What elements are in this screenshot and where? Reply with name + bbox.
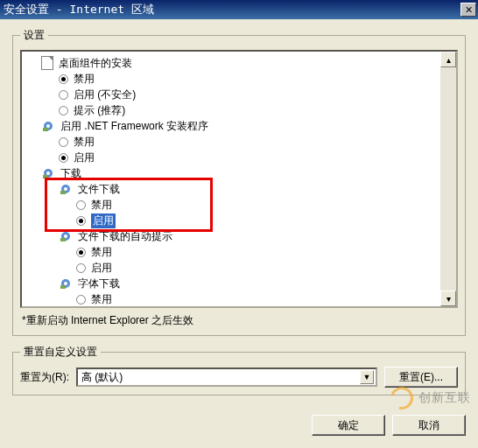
radio-label: 禁用 xyxy=(91,198,112,213)
group-desktop-install: 桌面组件的安装 xyxy=(24,55,439,71)
svg-rect-5 xyxy=(43,175,48,178)
radio-fd-enable[interactable]: 启用 xyxy=(24,213,439,228)
radio-prompt[interactable]: 提示 (推荐) xyxy=(24,102,439,118)
dialog-buttons: 确定 取消 xyxy=(0,411,478,436)
gear-icon xyxy=(41,119,55,133)
reset-select-value: 高 (默认) xyxy=(81,370,360,385)
label-file-download: 文件下载 xyxy=(78,182,120,197)
radio-icon xyxy=(76,216,86,226)
radio-icon xyxy=(59,74,68,84)
page-icon xyxy=(41,56,53,70)
radio-icon xyxy=(76,200,86,210)
group-downloads: 下载 xyxy=(24,165,439,181)
svg-rect-14 xyxy=(60,285,66,289)
reset-legend: 重置自定义设置 xyxy=(20,345,101,360)
radio-label: 启用 xyxy=(74,150,95,165)
radio-nf-enable[interactable]: 启用 xyxy=(24,150,439,165)
radio-disable[interactable]: 禁用 xyxy=(24,71,439,87)
radio-icon xyxy=(76,248,86,257)
restart-note: *重新启动 Internet Explorer 之后生效 xyxy=(20,313,458,328)
radio-ap-disable[interactable]: 禁用 xyxy=(24,244,439,260)
settings-tree[interactable]: 桌面组件的安装 禁用 启用 (不安全) 提示 (推荐) xyxy=(20,50,458,308)
svg-point-7 xyxy=(64,187,67,191)
group-net-framework: 启用 .NET Framework 安装程序 xyxy=(24,118,439,134)
radio-label-selected: 启用 xyxy=(91,214,116,228)
radio-font-disable[interactable]: 禁用 xyxy=(24,291,439,306)
gear-icon xyxy=(59,182,73,196)
vertical-scrollbar[interactable]: ▴ ▾ xyxy=(440,52,456,306)
close-button[interactable]: ✕ xyxy=(460,3,476,17)
label-downloads: 下载 xyxy=(60,166,81,181)
settings-group: 设置 桌面组件的安装 禁用 启用 (不安全) xyxy=(12,28,466,336)
radio-label: 禁用 xyxy=(74,135,95,150)
radio-icon xyxy=(59,137,68,147)
reset-button[interactable]: 重置(E)... xyxy=(384,367,458,388)
radio-icon xyxy=(59,90,68,100)
svg-rect-8 xyxy=(60,191,66,194)
radio-label: 禁用 xyxy=(74,72,95,87)
reset-select[interactable]: 高 (默认) ▼ xyxy=(76,368,377,387)
radio-fd-disable[interactable]: 禁用 xyxy=(24,197,439,213)
radio-icon xyxy=(59,153,68,163)
label-net-framework: 启用 .NET Framework 安装程序 xyxy=(60,119,208,134)
scroll-down-button[interactable]: ▾ xyxy=(440,290,456,306)
gear-icon xyxy=(41,166,55,180)
radio-nf-disable[interactable]: 禁用 xyxy=(24,134,439,150)
radio-icon xyxy=(76,295,86,304)
label-auto-prompt: 文件下载的自动提示 xyxy=(78,229,172,244)
radio-label: 启用 xyxy=(91,261,112,276)
label-font-download: 字体下载 xyxy=(78,276,120,291)
radio-label: 禁用 xyxy=(91,245,112,260)
group-font-download: 字体下载 xyxy=(24,276,439,291)
radio-label: 提示 (推荐) xyxy=(74,103,125,118)
title-bar: 安全设置 - Internet 区域 ✕ xyxy=(0,0,478,19)
scroll-track[interactable] xyxy=(440,67,456,290)
radio-icon xyxy=(59,106,68,116)
svg-point-13 xyxy=(64,282,67,285)
reset-label: 重置为(R): xyxy=(20,370,69,385)
radio-label: 启用 (不安全) xyxy=(74,88,136,102)
group-auto-prompt: 文件下载的自动提示 xyxy=(24,228,439,244)
reset-group: 重置自定义设置 重置为(R): 高 (默认) ▼ 重置(E)... xyxy=(12,345,466,396)
window-title: 安全设置 - Internet 区域 xyxy=(4,2,460,18)
svg-rect-2 xyxy=(43,128,48,131)
svg-point-10 xyxy=(64,234,67,238)
label-desktop-install: 桌面组件的安装 xyxy=(59,56,132,71)
radio-icon xyxy=(76,263,86,273)
svg-point-1 xyxy=(46,124,50,128)
chevron-down-icon: ▼ xyxy=(360,370,374,384)
settings-legend: 设置 xyxy=(20,28,48,43)
cancel-button[interactable]: 取消 xyxy=(392,415,466,436)
group-file-download: 文件下载 xyxy=(24,181,439,197)
tree-content: 桌面组件的安装 禁用 启用 (不安全) 提示 (推荐) xyxy=(22,52,440,306)
svg-point-4 xyxy=(46,172,50,175)
radio-ap-enable[interactable]: 启用 xyxy=(24,260,439,276)
window-body: 设置 桌面组件的安装 禁用 启用 (不安全) xyxy=(0,19,478,411)
gear-icon xyxy=(59,229,73,243)
ok-button[interactable]: 确定 xyxy=(312,415,385,436)
gear-icon xyxy=(59,276,73,290)
radio-label: 禁用 xyxy=(91,292,112,307)
scroll-up-button[interactable]: ▴ xyxy=(440,52,456,67)
svg-rect-11 xyxy=(60,238,66,242)
radio-enable-unsafe[interactable]: 启用 (不安全) xyxy=(24,87,439,102)
